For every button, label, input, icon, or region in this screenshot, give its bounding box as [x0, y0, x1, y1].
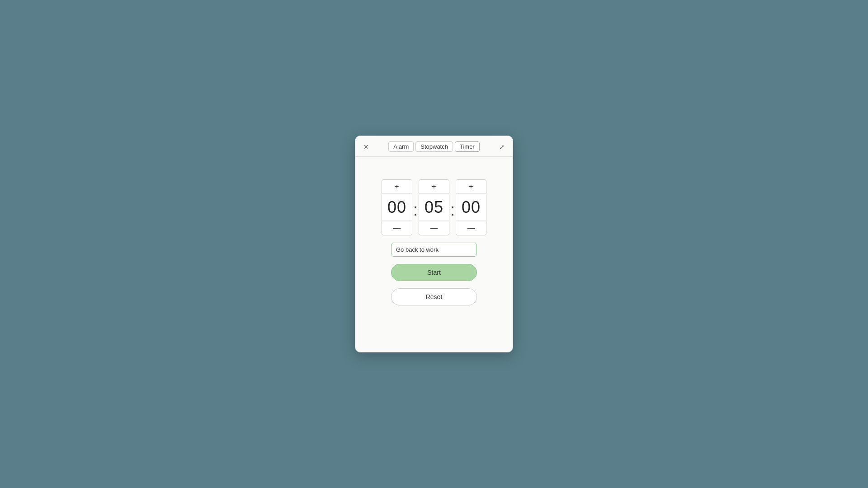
- reset-button[interactable]: Reset: [391, 288, 477, 305]
- time-display: + 00 — : + 05 — : + 00 —: [382, 179, 486, 235]
- hours-increment[interactable]: +: [382, 180, 412, 194]
- main-content: + 00 — : + 05 — : + 00 — Start Reset: [355, 157, 513, 352]
- seconds-increment[interactable]: +: [456, 180, 486, 194]
- title-bar: ✕ Alarm Stopwatch Timer ⤢: [355, 136, 513, 157]
- close-button[interactable]: ✕: [362, 143, 371, 151]
- tab-group: Alarm Stopwatch Timer: [388, 141, 479, 152]
- minutes-increment[interactable]: +: [419, 180, 449, 194]
- minutes-value: 05: [419, 194, 449, 221]
- separator-2: :: [449, 195, 456, 220]
- minutes-decrement[interactable]: —: [419, 221, 449, 235]
- minutes-box: + 05 —: [419, 179, 449, 235]
- hours-box: + 00 —: [382, 179, 412, 235]
- separator-1: :: [412, 195, 419, 220]
- tab-alarm[interactable]: Alarm: [388, 141, 414, 152]
- app-window: ✕ Alarm Stopwatch Timer ⤢ + 00 — : + 05 …: [355, 136, 513, 352]
- seconds-value: 00: [456, 194, 486, 221]
- start-button[interactable]: Start: [391, 264, 477, 281]
- seconds-decrement[interactable]: —: [456, 221, 486, 235]
- seconds-box: + 00 —: [456, 179, 486, 235]
- hours-decrement[interactable]: —: [382, 221, 412, 235]
- expand-button[interactable]: ⤢: [497, 142, 506, 151]
- hours-value: 00: [382, 194, 412, 221]
- tab-timer[interactable]: Timer: [455, 141, 480, 152]
- tab-stopwatch[interactable]: Stopwatch: [415, 141, 453, 152]
- timer-label-input[interactable]: [391, 243, 477, 257]
